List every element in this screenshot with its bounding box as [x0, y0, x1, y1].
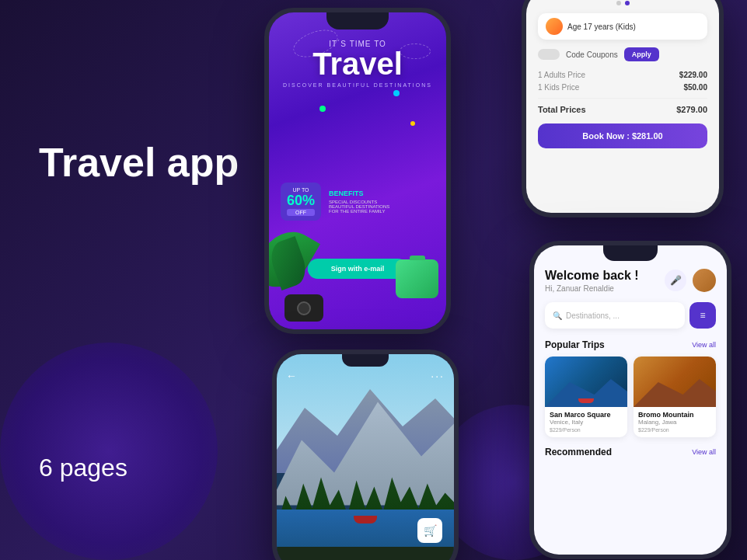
discount-box: UP TO 60% OFF [281, 183, 321, 221]
kids-price-value: $50.00 [683, 83, 707, 92]
phone3-screen: ← ··· 🛒 [277, 354, 454, 560]
back-button[interactable]: ← [286, 370, 297, 382]
total-row: Total Prices $279.00 [538, 105, 707, 114]
kids-price-label: 1 Kids Price [538, 83, 579, 92]
trip-card-1[interactable]: San Marco Square Venice, Italy $229/Pers… [545, 357, 627, 437]
dot1 [616, 1, 621, 5]
trips-row: San Marco Square Venice, Italy $229/Pers… [545, 357, 716, 437]
benefits-section: BENEFITS SPECIAL DISCOUNTS BEAUTIFUL DES… [329, 190, 389, 214]
view-all-2[interactable]: View all [692, 448, 716, 456]
cart-button[interactable]: 🛒 [417, 518, 442, 543]
age-row: Age 17 years (Kids) [538, 13, 707, 40]
phone4-mockup: Welcome back ! Hi, Zanuar Renaldie 🎤 🔍 D… [529, 241, 731, 559]
kids-price-row: 1 Kids Price $50.00 [538, 83, 707, 92]
filter-button[interactable]: ≡ [689, 302, 716, 329]
phone1-mockup: IT´S TIME TO Travel DISCOVER BEAUTIFUL D… [264, 8, 451, 334]
trip1-name: San Marco Square [550, 411, 623, 419]
adult-price-value: $229.00 [679, 71, 707, 79]
apply-button[interactable]: Apply [624, 47, 659, 61]
photo-header: ← ··· [277, 370, 454, 382]
deco-line2 [400, 43, 431, 59]
phone2-screen: Age 17 years (Kids) Code Coupons Apply 1… [526, 0, 719, 213]
bg-circle-left [0, 343, 218, 560]
filter-icon: ≡ [700, 310, 705, 321]
trip1-image [545, 357, 627, 407]
header-icons: 🎤 [665, 269, 716, 292]
phone4-screen: Welcome back ! Hi, Zanuar Renaldie 🎤 🔍 D… [534, 245, 727, 555]
coupon-text: Code Coupons [566, 50, 618, 59]
phone4-notch [603, 245, 658, 261]
recommended-title: Recommended [545, 447, 612, 457]
trip1-info: San Marco Square Venice, Italy $229/Pers… [545, 407, 627, 437]
benefits-title: BENEFITS [329, 190, 389, 197]
app-title: Travel app [39, 140, 239, 186]
trip1-location: Venice, Italy [550, 419, 623, 426]
camera-decoration [284, 294, 323, 322]
location-pin2 [393, 90, 400, 96]
left-section: Travel app [39, 140, 239, 202]
mic-button[interactable]: 🎤 [665, 270, 686, 291]
trip1-boat [578, 398, 594, 403]
dots-menu[interactable]: ··· [431, 370, 445, 382]
off-text: OFF [287, 209, 315, 216]
up-to-text: UP TO [287, 187, 315, 193]
total-value: $279.00 [676, 105, 707, 114]
coupon-toggle[interactable] [538, 49, 560, 60]
search-row: 🔍 Destinations, ... ≡ [545, 302, 716, 329]
welcome-text: Welcome back ! [545, 269, 639, 283]
phone1-notch [326, 12, 389, 30]
search-box[interactable]: 🔍 Destinations, ... [545, 302, 685, 329]
ground [277, 547, 454, 560]
percent-text: 60% [287, 193, 315, 209]
boat [354, 516, 377, 523]
discount-section: UP TO 60% OFF BENEFITS SPECIAL DISCOUNTS… [281, 183, 389, 221]
book-button[interactable]: Book Now : $281.00 [538, 123, 707, 148]
suitcase-decoration [396, 259, 438, 298]
phone2-mockup: Age 17 years (Kids) Code Coupons Apply 1… [522, 0, 724, 217]
trip1-price: $229/Person [550, 426, 623, 433]
location-pin1 [319, 106, 326, 112]
hi-text: Hi, Zanuar Renaldie [545, 284, 639, 293]
search-placeholder-text: Destinations, ... [566, 311, 620, 320]
adult-price-row: 1 Adults Price $229.00 [538, 71, 707, 79]
total-label: Total Prices [538, 105, 586, 114]
trip2-price: $229/Person [638, 426, 711, 433]
cart-icon: 🛒 [424, 524, 437, 537]
view-all-1[interactable]: View all [692, 341, 716, 349]
popular-trips-title: Popular Trips [545, 339, 605, 350]
mic-icon: 🎤 [670, 275, 682, 286]
age-text: Age 17 years (Kids) [567, 23, 636, 31]
search-icon: 🔍 [553, 311, 562, 320]
coupon-row: Code Coupons Apply [538, 47, 707, 61]
avatar-small [546, 18, 563, 35]
trip2-image [634, 357, 716, 407]
trip-card-2[interactable]: Bromo Mountain Malang, Jawa $229/Person [634, 357, 716, 437]
phone3-mockup: ← ··· 🛒 [272, 350, 459, 560]
phone1-screen: IT´S TIME TO Travel DISCOVER BEAUTIFUL D… [269, 12, 446, 329]
user-avatar[interactable] [693, 269, 716, 292]
trip2-info: Bromo Mountain Malang, Jawa $229/Person [634, 407, 716, 437]
trip2-name: Bromo Mountain [638, 411, 711, 419]
adult-price-label: 1 Adults Price [538, 71, 585, 79]
discover-text: DISCOVER BEAUTIFUL DESTINATIONS [269, 82, 446, 88]
trip2-mountain [634, 376, 716, 407]
phone3-notch [342, 354, 389, 367]
nav-dots [538, 1, 707, 5]
home-header: Welcome back ! Hi, Zanuar Renaldie 🎤 [545, 269, 716, 293]
dot2 [625, 1, 630, 5]
trip2-location: Malang, Jawa [638, 419, 711, 426]
popular-trips-header: Popular Trips View all [545, 339, 716, 350]
price-divider [538, 98, 707, 99]
greeting-section: Welcome back ! Hi, Zanuar Renaldie [545, 269, 639, 293]
pages-label: 6 pages [39, 454, 127, 482]
sign-up-button[interactable]: Sign with e-mail [308, 259, 408, 279]
location-pin3 [410, 121, 415, 126]
benefit3: FOR THE ENTIRE FAMILY [329, 209, 389, 214]
recommended-header: Recommended View all [545, 447, 716, 457]
